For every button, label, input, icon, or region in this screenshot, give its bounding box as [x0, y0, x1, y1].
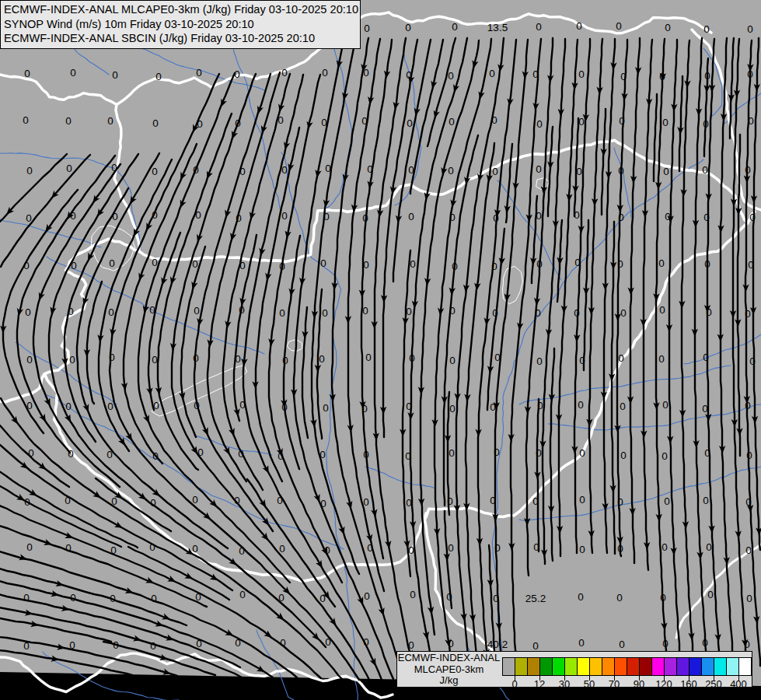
svg-text:0: 0: [406, 306, 412, 317]
svg-text:0: 0: [576, 166, 582, 177]
svg-text:0: 0: [69, 354, 75, 366]
svg-text:0: 0: [364, 23, 370, 34]
svg-text:0: 0: [152, 354, 158, 366]
svg-text:0: 0: [578, 591, 584, 603]
svg-text:0: 0: [281, 67, 288, 79]
svg-text:0: 0: [323, 402, 329, 414]
svg-text:13.5: 13.5: [487, 22, 508, 33]
svg-text:0: 0: [319, 353, 325, 365]
svg-text:0: 0: [578, 637, 585, 649]
svg-text:0: 0: [448, 165, 454, 177]
svg-text:0: 0: [658, 257, 665, 269]
svg-text:0: 0: [448, 70, 454, 82]
svg-text:0: 0: [26, 541, 33, 553]
svg-text:0: 0: [405, 22, 411, 33]
svg-text:0: 0: [152, 166, 158, 177]
svg-text:0: 0: [703, 495, 709, 506]
svg-text:0: 0: [152, 117, 159, 129]
svg-text:0: 0: [65, 115, 72, 127]
svg-text:0: 0: [320, 257, 326, 269]
svg-text:25.2: 25.2: [525, 593, 546, 604]
svg-text:0: 0: [152, 257, 158, 268]
svg-text:0: 0: [532, 640, 539, 652]
svg-text:0: 0: [664, 495, 670, 507]
svg-text:0: 0: [579, 447, 585, 459]
svg-text:0: 0: [364, 590, 370, 602]
svg-text:0: 0: [24, 68, 30, 79]
svg-text:0: 0: [25, 306, 31, 318]
svg-text:0: 0: [576, 20, 582, 32]
svg-text:0: 0: [578, 399, 584, 411]
svg-text:0: 0: [26, 165, 33, 177]
svg-text:0: 0: [192, 543, 198, 555]
svg-text:0: 0: [109, 257, 115, 269]
svg-text:0: 0: [319, 593, 326, 604]
svg-text:0: 0: [363, 496, 369, 508]
svg-text:0: 0: [489, 68, 495, 79]
svg-text:0: 0: [406, 497, 412, 509]
svg-text:0: 0: [449, 355, 456, 366]
svg-text:0: 0: [281, 210, 288, 222]
svg-text:0: 0: [322, 307, 328, 319]
svg-text:0: 0: [448, 542, 454, 554]
svg-text:0: 0: [745, 544, 752, 556]
svg-text:0: 0: [665, 22, 671, 33]
svg-text:0: 0: [658, 353, 665, 365]
svg-text:0: 0: [239, 589, 246, 600]
svg-text:0: 0: [703, 23, 710, 35]
svg-text:0: 0: [747, 23, 753, 35]
svg-text:0: 0: [150, 640, 156, 652]
svg-text:0: 0: [107, 115, 113, 127]
svg-text:0: 0: [70, 67, 76, 79]
svg-text:0: 0: [365, 352, 372, 363]
svg-text:0: 0: [662, 399, 668, 411]
svg-text:0: 0: [702, 164, 708, 176]
svg-text:0: 0: [279, 543, 285, 555]
svg-text:0: 0: [578, 68, 585, 80]
svg-text:0: 0: [536, 118, 543, 130]
svg-text:0: 0: [410, 258, 416, 270]
svg-text:0: 0: [620, 401, 626, 412]
svg-text:0: 0: [662, 541, 668, 553]
svg-text:0: 0: [407, 117, 413, 129]
svg-text:0: 0: [706, 541, 712, 553]
svg-text:0: 0: [659, 304, 665, 316]
svg-text:0: 0: [23, 592, 30, 604]
svg-text:0: 0: [322, 67, 328, 79]
svg-text:0: 0: [194, 305, 200, 317]
svg-text:0: 0: [112, 69, 118, 81]
svg-text:0: 0: [707, 589, 714, 600]
svg-text:0: 0: [107, 401, 113, 412]
svg-text:0: 0: [663, 166, 669, 177]
svg-text:0: 0: [196, 67, 202, 79]
svg-text:0: 0: [536, 163, 542, 175]
svg-text:0: 0: [192, 258, 198, 270]
svg-text:0: 0: [155, 71, 162, 82]
svg-text:0: 0: [108, 306, 114, 318]
svg-text:0: 0: [23, 114, 29, 126]
svg-text:0: 0: [363, 259, 369, 271]
svg-text:0: 0: [618, 352, 624, 364]
svg-text:40.2: 40.2: [487, 639, 508, 650]
svg-text:0: 0: [279, 307, 285, 319]
svg-text:0: 0: [65, 401, 72, 412]
svg-text:0: 0: [362, 305, 368, 317]
svg-text:0: 0: [746, 593, 752, 604]
svg-text:0: 0: [281, 164, 288, 176]
svg-text:0: 0: [578, 116, 585, 128]
svg-text:0: 0: [452, 21, 458, 33]
svg-text:0: 0: [579, 544, 585, 555]
svg-text:0: 0: [579, 494, 585, 506]
svg-text:0: 0: [616, 592, 623, 604]
svg-text:0: 0: [449, 116, 455, 128]
svg-text:0: 0: [66, 163, 72, 174]
svg-text:0: 0: [492, 166, 498, 177]
svg-text:0: 0: [410, 589, 416, 600]
svg-text:0: 0: [662, 450, 668, 462]
svg-text:0: 0: [616, 20, 622, 32]
svg-text:0: 0: [449, 403, 456, 415]
svg-text:0: 0: [536, 21, 542, 33]
svg-text:0: 0: [620, 450, 627, 461]
svg-text:0: 0: [26, 354, 33, 366]
svg-text:0: 0: [620, 307, 627, 319]
